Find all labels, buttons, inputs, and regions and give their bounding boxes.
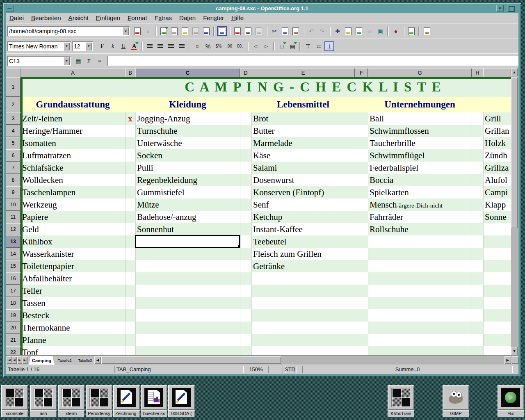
increase-indent-icon[interactable]: ▷ xyxy=(261,41,271,51)
menu-item-extras[interactable]: Extras xyxy=(151,13,176,23)
cell[interactable] xyxy=(483,223,511,236)
h-scroll-right-button[interactable]: ▶ xyxy=(504,356,511,364)
row-header-21[interactable]: 21 xyxy=(6,334,21,346)
cell[interactable] xyxy=(483,297,511,310)
page-preview-icon[interactable] xyxy=(254,26,264,36)
desktop-icon-periodensy[interactable] xyxy=(86,385,112,410)
sheet-tab-camping[interactable]: Camping xyxy=(29,356,55,365)
sheet-tab-tabelle2[interactable]: Tabelle2 xyxy=(55,357,75,364)
cell[interactable] xyxy=(483,322,511,334)
row-header-6[interactable]: 6 xyxy=(6,149,21,162)
cell[interactable] xyxy=(368,285,483,297)
export-pdf-icon[interactable] xyxy=(233,26,242,36)
desktop-icon-buecher-sx[interactable] xyxy=(141,385,167,410)
align-left-icon[interactable] xyxy=(145,41,155,51)
cell[interactable] xyxy=(368,322,483,334)
column-header-C[interactable]: C xyxy=(135,68,240,77)
cell[interactable] xyxy=(135,260,251,273)
grid-corner-box[interactable] xyxy=(6,68,21,77)
iconify-button[interactable] xyxy=(496,5,504,11)
cell[interactable] xyxy=(135,309,251,322)
font-name-dropdown-arrow-icon[interactable]: ▼ xyxy=(64,42,70,50)
menu-item-hilfe[interactable]: Hilfe xyxy=(228,13,247,23)
row-header-18[interactable]: 18 xyxy=(6,297,21,309)
cell[interactable] xyxy=(135,322,251,334)
blank-document-icon[interactable] xyxy=(169,26,179,36)
cell[interactable] xyxy=(483,285,511,297)
cell-reference-input[interactable] xyxy=(8,57,63,65)
row-header-12[interactable]: 12 xyxy=(6,223,21,235)
page-style-indicator[interactable]: TAB_Camping xyxy=(114,366,244,373)
data-sources-icon[interactable]: ▣ xyxy=(375,26,385,36)
edit-file-icon[interactable] xyxy=(217,26,227,36)
copy-icon[interactable] xyxy=(280,26,290,36)
cell[interactable] xyxy=(368,272,483,285)
menu-item-fenster[interactable]: Fenster xyxy=(199,13,228,23)
briefcase-icon[interactable] xyxy=(422,26,432,36)
desktop-icon-kvoctrain[interactable] xyxy=(388,385,414,410)
row-header-22[interactable]: 22 xyxy=(6,346,21,355)
cell[interactable] xyxy=(251,272,368,285)
menu-item-daten[interactable]: Daten xyxy=(176,13,199,23)
cell[interactable] xyxy=(368,309,483,322)
cell[interactable] xyxy=(251,346,368,355)
row-header-20[interactable]: 20 xyxy=(6,322,21,334)
font-name-combobox[interactable]: ▼ xyxy=(7,41,71,51)
sheet-indicator[interactable]: Tabelle 1 / 16 xyxy=(6,366,117,373)
function-icon[interactable]: = xyxy=(95,56,105,66)
align-top-icon[interactable]: ⊤ xyxy=(303,41,313,51)
menu-item-format[interactable]: Format xyxy=(124,13,151,23)
row-header-10[interactable]: 10 xyxy=(6,199,21,211)
font-size-input[interactable] xyxy=(73,42,85,50)
font-size-dropdown-arrow-icon[interactable]: ▼ xyxy=(86,42,92,50)
align-center-icon[interactable] xyxy=(155,41,165,51)
row-header-2[interactable]: 2 xyxy=(6,97,21,112)
row-header-16[interactable]: 16 xyxy=(6,272,21,285)
first-sheet-button[interactable]: |◀ xyxy=(7,356,11,364)
italic-icon[interactable]: k xyxy=(108,41,118,51)
paste-icon[interactable] xyxy=(291,26,301,36)
row-header-9[interactable]: 9 xyxy=(6,186,21,199)
row-header-13[interactable]: 13 xyxy=(6,235,21,248)
zoom-indicator[interactable]: 150% xyxy=(241,366,271,373)
cell[interactable] xyxy=(135,285,251,297)
cell-cursor-handle[interactable] xyxy=(238,245,240,248)
cell[interactable] xyxy=(135,248,251,260)
desktop-icon-ash[interactable] xyxy=(30,385,57,410)
open-document-icon[interactable] xyxy=(180,26,190,36)
cell-reference-dropdown-arrow-icon[interactable]: ▼ xyxy=(64,57,70,65)
horizontal-scroll-thumb[interactable] xyxy=(101,356,281,364)
cell[interactable] xyxy=(135,297,251,310)
number-format-currency-icon[interactable]: ¤ xyxy=(192,41,202,51)
load-url-icon[interactable] xyxy=(132,26,142,36)
row-header-14[interactable]: 14 xyxy=(6,248,21,260)
column-header-D[interactable]: D xyxy=(240,68,251,77)
column-header-B[interactable]: B xyxy=(125,68,135,77)
previous-sheet-button[interactable]: ◀ xyxy=(12,356,17,364)
maximize-button[interactable] xyxy=(507,5,515,11)
cell[interactable] xyxy=(251,334,368,347)
sum-icon[interactable]: Σ xyxy=(84,56,94,66)
cell[interactable] xyxy=(368,346,483,355)
cut-icon[interactable]: ✂ xyxy=(269,26,279,36)
row-header-15[interactable]: 15 xyxy=(6,260,21,272)
cell[interactable] xyxy=(483,260,511,273)
column-header-A[interactable]: A xyxy=(21,68,125,77)
row-header-8[interactable]: 8 xyxy=(6,174,21,186)
cell-reference-box[interactable]: ▼ xyxy=(7,56,71,66)
font-name-input[interactable] xyxy=(8,42,63,50)
record-changes-icon[interactable]: ● xyxy=(391,26,401,36)
underline-icon[interactable]: U xyxy=(119,41,128,51)
row-header-19[interactable]: 19 xyxy=(6,309,21,322)
cell[interactable] xyxy=(483,346,511,355)
h-scroll-left-button[interactable]: ◀ xyxy=(94,356,101,364)
borders-icon[interactable]: □ xyxy=(277,41,287,51)
gallery-icon[interactable] xyxy=(406,26,416,36)
font-size-combobox[interactable]: ▼ xyxy=(72,41,93,51)
save-as-icon[interactable] xyxy=(201,26,211,36)
cell[interactable] xyxy=(368,248,483,260)
formula-input-line[interactable] xyxy=(107,56,518,66)
number-format-standard-icon[interactable]: $% xyxy=(214,41,224,51)
last-sheet-button[interactable]: ▶| xyxy=(23,356,27,364)
cell-cursor[interactable] xyxy=(135,235,240,248)
